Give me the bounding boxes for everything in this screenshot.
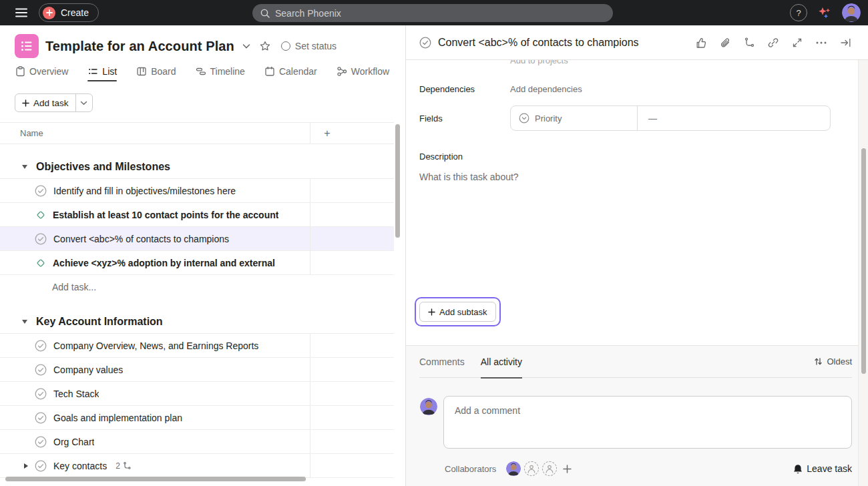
task-name[interactable]: Key contacts bbox=[53, 461, 107, 471]
task-row-expandable[interactable]: Key contacts 2 bbox=[0, 454, 394, 478]
sort-arrows-icon bbox=[814, 357, 823, 366]
task-row[interactable]: Identify and fill in objectives/mileston… bbox=[0, 179, 394, 203]
comment-input[interactable] bbox=[444, 397, 851, 448]
tab-workflow[interactable]: Workflow bbox=[337, 61, 389, 81]
priority-field[interactable]: Priority bbox=[511, 106, 638, 130]
like-icon[interactable] bbox=[693, 35, 709, 51]
check-circle-icon[interactable] bbox=[35, 340, 47, 352]
column-divider bbox=[310, 227, 310, 250]
task-name[interactable]: Achieve <xyz>% adoption by internal and … bbox=[53, 258, 275, 268]
tab-board[interactable]: Board bbox=[136, 61, 176, 81]
check-circle-icon[interactable] bbox=[35, 233, 47, 245]
add-task-dropdown-button[interactable] bbox=[75, 94, 92, 111]
close-panel-icon[interactable] bbox=[837, 35, 853, 51]
search-input[interactable] bbox=[275, 8, 605, 19]
vertical-scrollbar-thumb[interactable] bbox=[395, 124, 400, 238]
help-button[interactable]: ? bbox=[790, 4, 807, 21]
tab-list[interactable]: List bbox=[87, 61, 117, 81]
tab-calendar[interactable]: Calendar bbox=[264, 61, 317, 81]
add-column-button[interactable]: + bbox=[318, 128, 337, 140]
tab-timeline[interactable]: Timeline bbox=[196, 61, 245, 81]
description-label: Description bbox=[419, 152, 852, 162]
task-row-selected[interactable]: Convert <abc>% of contacts to champions bbox=[0, 227, 394, 251]
task-row[interactable]: Achieve <xyz>% adoption by internal and … bbox=[0, 251, 394, 275]
check-circle-icon[interactable] bbox=[419, 37, 431, 49]
task-name[interactable]: Company values bbox=[53, 364, 123, 375]
right-scrollbar-thumb[interactable] bbox=[861, 148, 866, 374]
section-header-objectives[interactable]: Objectives and Milestones bbox=[0, 155, 394, 179]
section-header-key-account[interactable]: Key Account Information bbox=[0, 310, 394, 334]
task-name[interactable]: Goals and implementation plan bbox=[53, 413, 182, 423]
activity-tabs: Comments All activity Oldest bbox=[419, 346, 852, 378]
attachment-icon[interactable] bbox=[717, 35, 733, 51]
project-icon[interactable] bbox=[15, 34, 39, 58]
comment-input-box[interactable] bbox=[443, 396, 852, 449]
task-name[interactable]: Org Chart bbox=[53, 437, 94, 447]
leave-task-button[interactable]: Leave task bbox=[793, 463, 852, 474]
milestone-diamond-icon[interactable] bbox=[35, 210, 46, 220]
task-row[interactable]: Company values bbox=[0, 358, 394, 382]
task-row[interactable]: Company Overview, News, and Earnings Rep… bbox=[0, 334, 394, 358]
add-collaborator-button[interactable] bbox=[563, 465, 572, 473]
tab-label: Overview bbox=[29, 66, 68, 77]
ai-sparkle-icon[interactable] bbox=[817, 5, 832, 20]
task-name[interactable]: Convert <abc>% of contacts to champions bbox=[53, 234, 229, 244]
create-button[interactable]: Create bbox=[39, 3, 99, 22]
tab-comments[interactable]: Comments bbox=[419, 346, 465, 378]
check-circle-icon[interactable] bbox=[35, 185, 47, 197]
leave-task-label: Leave task bbox=[807, 463, 852, 474]
link-icon[interactable] bbox=[765, 35, 781, 51]
caret-down-icon[interactable] bbox=[22, 320, 27, 324]
section-title: Objectives and Milestones bbox=[36, 161, 170, 173]
priority-chevron-circle-icon bbox=[519, 113, 529, 124]
add-dependencies-button[interactable]: Add dependencies bbox=[510, 84, 582, 94]
add-subtask-label: Add subtask bbox=[439, 307, 487, 317]
project-header: Template for an Account Plan Set status bbox=[15, 33, 405, 59]
more-icon[interactable] bbox=[813, 35, 829, 51]
menu-icon[interactable] bbox=[15, 8, 27, 17]
milestone-diamond-icon[interactable] bbox=[35, 258, 46, 268]
task-row[interactable]: Tech Stack bbox=[0, 382, 394, 406]
user-avatar[interactable] bbox=[842, 3, 861, 22]
task-name[interactable]: Company Overview, News, and Earnings Rep… bbox=[53, 340, 258, 351]
add-to-projects-label[interactable]: Add to projects bbox=[510, 60, 852, 65]
check-circle-icon[interactable] bbox=[35, 460, 47, 472]
collaborator-avatar[interactable] bbox=[506, 461, 521, 476]
task-row[interactable]: Org Chart bbox=[0, 430, 394, 454]
subtask-branch-icon[interactable] bbox=[741, 35, 757, 51]
caret-right-icon[interactable] bbox=[24, 463, 28, 469]
check-circle-icon[interactable] bbox=[35, 412, 47, 424]
horizontal-scrollbar-thumb[interactable] bbox=[5, 477, 306, 481]
inline-add-task[interactable]: Add task... bbox=[0, 275, 394, 299]
project-list-panel: Template for an Account Plan Set status … bbox=[0, 25, 406, 486]
sort-button[interactable]: Oldest bbox=[814, 356, 852, 367]
star-icon[interactable] bbox=[260, 41, 270, 51]
tab-all-activity[interactable]: All activity bbox=[481, 346, 522, 378]
task-detail-body: Add to projects Dependencies Add depende… bbox=[406, 60, 868, 345]
priority-field-value[interactable]: — bbox=[638, 113, 657, 124]
add-task-button[interactable]: Add task bbox=[15, 94, 75, 111]
subtask-count: 2 bbox=[116, 461, 132, 471]
dependencies-row: Dependencies Add dependencies bbox=[419, 84, 852, 94]
task-name[interactable]: Identify and fill in objectives/mileston… bbox=[53, 186, 236, 196]
check-circle-icon[interactable] bbox=[35, 436, 47, 448]
right-scrollbar-track[interactable] bbox=[858, 60, 868, 486]
task-name[interactable]: Establish at least 10 contact points for… bbox=[53, 210, 278, 220]
chevron-down-icon[interactable] bbox=[242, 43, 250, 49]
check-circle-icon[interactable] bbox=[35, 364, 47, 376]
invite-person-slot[interactable] bbox=[542, 461, 557, 476]
priority-field-label: Priority bbox=[535, 113, 562, 124]
task-row[interactable]: Establish at least 10 contact points for… bbox=[0, 203, 394, 227]
description-input[interactable]: What is this task about? bbox=[419, 172, 852, 182]
check-circle-icon[interactable] bbox=[35, 388, 47, 400]
set-status-button[interactable]: Set status bbox=[281, 41, 337, 51]
task-row[interactable]: Goals and implementation plan bbox=[0, 406, 394, 430]
caret-down-icon[interactable] bbox=[22, 165, 27, 169]
tab-overview[interactable]: Overview bbox=[15, 61, 68, 81]
search-bar[interactable] bbox=[252, 4, 613, 22]
tab-label: All activity bbox=[481, 356, 522, 367]
task-name[interactable]: Tech Stack bbox=[53, 389, 99, 399]
add-subtask-button[interactable]: Add subtask bbox=[419, 302, 496, 322]
invite-person-slot[interactable] bbox=[524, 461, 539, 476]
expand-icon[interactable] bbox=[789, 35, 805, 51]
